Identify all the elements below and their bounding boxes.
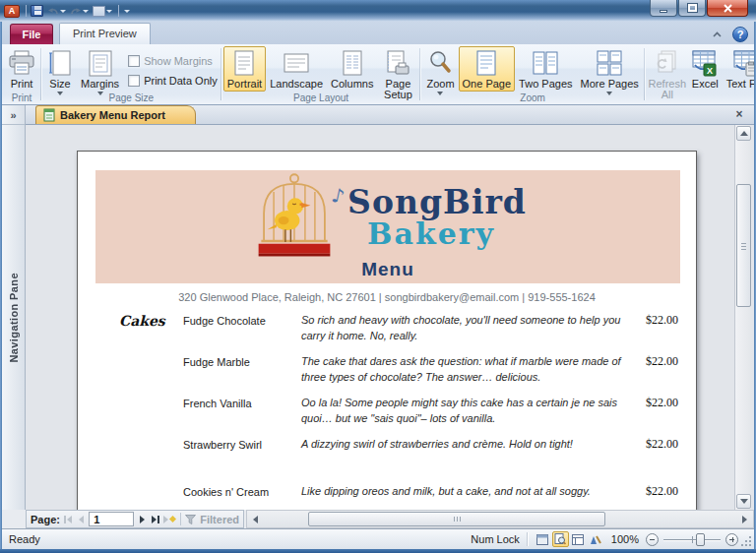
zoom-out-button[interactable] bbox=[646, 533, 659, 546]
undo-button[interactable] bbox=[47, 6, 66, 16]
title-bar[interactable]: A bbox=[0, 0, 756, 22]
scroll-left-button[interactable] bbox=[248, 512, 263, 526]
columns-icon bbox=[343, 49, 362, 77]
birdcage-logo-icon bbox=[249, 172, 340, 271]
qat-customize-icon bbox=[124, 10, 130, 13]
two-pages-button[interactable]: Two Pages bbox=[515, 46, 576, 92]
margins-icon bbox=[89, 49, 112, 77]
minimize-button[interactable] bbox=[650, 0, 677, 17]
menu-row: French Vanilla Oo la la! Some people mig… bbox=[78, 396, 696, 437]
help-button[interactable]: ? bbox=[732, 27, 748, 42]
doc-tab-title: Bakery Menu Report bbox=[60, 109, 165, 121]
vertical-scrollbar[interactable] bbox=[734, 125, 752, 510]
qat-table-button[interactable] bbox=[93, 6, 112, 17]
zoom-in-button[interactable] bbox=[725, 533, 738, 546]
navigation-pane-header[interactable]: Navigation Pane bbox=[2, 125, 25, 510]
design-view-button[interactable] bbox=[588, 531, 604, 547]
two-pages-icon bbox=[533, 49, 558, 77]
tab-print-preview[interactable]: Print Preview bbox=[59, 23, 151, 44]
file-tab[interactable]: File bbox=[10, 24, 53, 44]
vertical-scroll-thumb[interactable] bbox=[736, 184, 751, 307]
design-view-icon bbox=[590, 534, 601, 545]
menu-row: Fudge Marble The cake that dares ask the… bbox=[78, 354, 696, 396]
menu-item-price: $22.00 bbox=[626, 484, 678, 499]
bakery-address: 320 Glenwood Place, Raleigh, NC 27601 | … bbox=[78, 291, 696, 303]
zoom-slider[interactable] bbox=[663, 533, 721, 546]
ribbon-collapse-button[interactable] bbox=[708, 28, 725, 42]
report-view-button[interactable] bbox=[535, 531, 551, 547]
scroll-right-button[interactable] bbox=[737, 512, 752, 526]
document-close-button[interactable]: × bbox=[732, 107, 746, 121]
navigation-pane-expand-button[interactable]: » bbox=[2, 105, 25, 125]
print-data-only-label: Print Data Only bbox=[144, 75, 218, 87]
portrait-button[interactable]: Portrait bbox=[223, 46, 266, 92]
refresh-all-icon bbox=[657, 49, 678, 77]
one-page-icon bbox=[475, 49, 497, 77]
undo-dropdown-icon bbox=[60, 10, 66, 13]
menu-item-name: Fudge Marble bbox=[183, 354, 301, 368]
menu-item-name: Fudge Chocolate bbox=[183, 313, 301, 327]
menu-item-name: Strawberry Swirl bbox=[183, 437, 301, 451]
show-margins-checkbox[interactable]: Show Margins bbox=[128, 55, 218, 67]
close-icon bbox=[724, 4, 732, 13]
tab-bakery-menu-report[interactable]: Bakery Menu Report bbox=[35, 105, 196, 124]
qat-customize-button[interactable] bbox=[123, 10, 130, 13]
save-button[interactable] bbox=[31, 5, 43, 17]
resize-grip[interactable] bbox=[749, 544, 751, 546]
horizontal-scrollbar[interactable] bbox=[246, 510, 754, 528]
previous-page-button[interactable] bbox=[76, 513, 86, 525]
horizontal-scroll-thumb[interactable] bbox=[308, 512, 605, 526]
landscape-button[interactable]: Landscape bbox=[266, 46, 327, 92]
portrait-icon bbox=[234, 49, 254, 77]
chevron-up-icon bbox=[713, 31, 722, 37]
group-data: Refresh All X Excel bbox=[645, 44, 754, 104]
layout-view-button[interactable] bbox=[570, 531, 587, 547]
last-page-button[interactable] bbox=[150, 513, 159, 525]
status-ready: Ready bbox=[9, 533, 40, 545]
scroll-down-button[interactable] bbox=[736, 494, 751, 509]
page-setup-icon bbox=[386, 49, 410, 77]
menu-item-desc: Oo la la! Some people might say this cak… bbox=[301, 396, 626, 427]
filtered-label: Filtered bbox=[200, 514, 239, 525]
first-page-button[interactable] bbox=[63, 513, 73, 525]
one-page-button[interactable]: One Page bbox=[459, 46, 516, 92]
size-button[interactable]: Size bbox=[43, 46, 77, 97]
scroll-up-button[interactable] bbox=[736, 126, 751, 141]
new-page-button[interactable] bbox=[163, 513, 175, 525]
print-data-only-checkbox[interactable]: Print Data Only bbox=[128, 75, 218, 87]
report-page[interactable]: ♪ SongBird Bakery Menu 320 Glenwood Plac… bbox=[77, 151, 697, 510]
zoom-slider-thumb[interactable] bbox=[696, 533, 705, 546]
landscape-icon bbox=[284, 49, 309, 77]
print-preview-canvas[interactable]: ♪ SongBird Bakery Menu 320 Glenwood Plac… bbox=[26, 125, 734, 510]
filter-toggle-button[interactable]: Filtered bbox=[185, 514, 239, 525]
zoom-button[interactable]: Zoom bbox=[422, 46, 458, 97]
text-file-icon bbox=[733, 49, 754, 77]
group-print: Print Print bbox=[2, 44, 41, 104]
zoom-label: Zoom bbox=[426, 79, 454, 90]
window-controls bbox=[649, 0, 748, 17]
excel-export-button[interactable]: X Excel bbox=[688, 46, 723, 92]
layout-view-icon bbox=[572, 534, 584, 545]
access-app-icon[interactable]: A bbox=[4, 5, 20, 18]
group-label-print: Print bbox=[2, 92, 41, 103]
menu-item-desc: The cake that dares ask the question: wh… bbox=[301, 354, 626, 386]
print-preview-view-button[interactable] bbox=[552, 531, 569, 547]
next-page-button[interactable] bbox=[137, 513, 147, 525]
menu-item-price: $22.00 bbox=[626, 354, 678, 369]
brand-text: ♪ SongBird Bakery bbox=[347, 172, 527, 249]
margins-button[interactable]: Margins bbox=[77, 46, 123, 97]
page-number-input[interactable]: 1 bbox=[89, 512, 134, 526]
text-file-button[interactable]: Text File bbox=[723, 46, 754, 92]
close-button[interactable] bbox=[707, 0, 748, 17]
portrait-label: Portrait bbox=[227, 79, 262, 90]
ribbon-extras: ? bbox=[708, 27, 748, 42]
print-button[interactable]: Print bbox=[4, 46, 39, 92]
document-tab-bar: Bakery Menu Report × bbox=[2, 105, 754, 125]
redo-button[interactable] bbox=[70, 6, 89, 16]
filter-funnel-icon bbox=[185, 515, 196, 524]
more-pages-button[interactable]: More Pages bbox=[577, 46, 643, 97]
columns-button[interactable]: Columns bbox=[327, 46, 377, 92]
svg-text:X: X bbox=[707, 65, 713, 75]
maximize-button[interactable] bbox=[678, 0, 706, 17]
quick-access-toolbar: A bbox=[4, 2, 130, 20]
